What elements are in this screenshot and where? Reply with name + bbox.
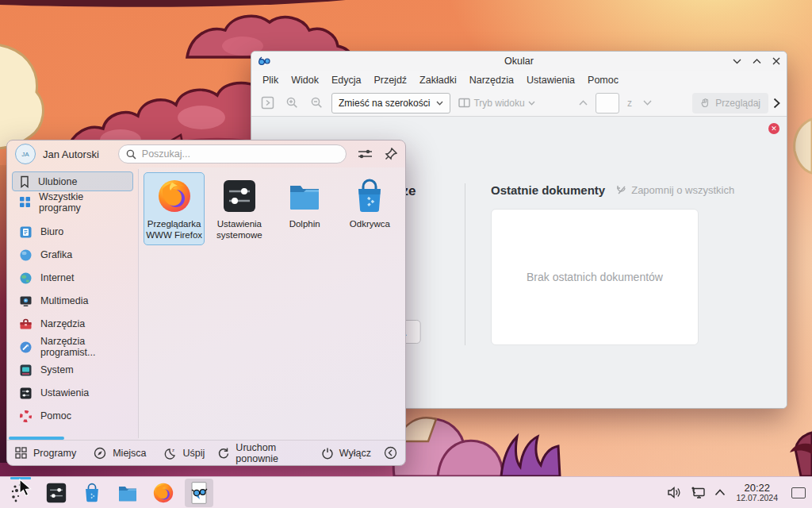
bookmark-icon xyxy=(19,175,30,188)
close-icon[interactable] xyxy=(772,57,780,65)
avatar[interactable]: JA xyxy=(15,144,36,164)
forget-history-icon xyxy=(616,185,626,195)
favorite-firefox[interactable]: Przeglądarka WWW Firefox xyxy=(144,172,205,245)
tab-programy[interactable]: Programy xyxy=(15,447,76,459)
launcher-footer: Programy Miejsca z Uśpij Uruchom ponowni… xyxy=(7,440,405,465)
welcome-divider xyxy=(465,183,465,345)
okular-task-icon xyxy=(189,482,209,504)
sleep-button[interactable]: z Uśpij xyxy=(164,447,205,460)
no-recent-documents-label: Brak ostatnich dokumentów xyxy=(527,271,663,283)
graphics-sphere-icon xyxy=(19,248,33,262)
volume-icon[interactable] xyxy=(667,486,682,499)
menu-narzedzia[interactable]: Narzędzia xyxy=(463,73,520,87)
favorites-grid: Przeglądarka WWW Firefox Ustawienia syst… xyxy=(139,167,405,440)
category-narzedzia-programistyczne[interactable]: Narzędzia programist... xyxy=(12,336,133,358)
okular-titlebar[interactable]: Okular xyxy=(251,52,787,71)
menu-zakladki[interactable]: Zakładki xyxy=(413,73,463,87)
search-input[interactable] xyxy=(142,148,339,160)
toolbar-overflow-icon[interactable] xyxy=(773,98,780,109)
favorite-dolphin[interactable]: Dolphin xyxy=(274,172,335,241)
favorite-label: Odkrywca xyxy=(350,219,390,230)
zoom-out-icon[interactable] xyxy=(307,93,327,114)
folder-icon xyxy=(117,482,139,504)
okular-app-icon xyxy=(258,55,270,67)
search-icon xyxy=(126,149,136,160)
category-narzedzia[interactable]: Narzędzia xyxy=(12,313,133,335)
launcher-header: JA Jan Autorski xyxy=(7,140,405,167)
category-internet[interactable]: Internet xyxy=(12,267,133,289)
sidebar-toggle-icon[interactable] xyxy=(258,93,278,114)
menu-przejdz[interactable]: Przejdź xyxy=(367,73,413,87)
tab-miejsca[interactable]: Miejsca xyxy=(94,447,146,460)
menu-widok[interactable]: Widok xyxy=(285,73,325,87)
taskbar-firefox[interactable] xyxy=(149,479,178,507)
system-settings-icon xyxy=(221,178,258,214)
okular-menubar: Plik Widok Edycja Przejdź Zakładki Narzę… xyxy=(251,71,787,90)
view-mode-icon xyxy=(458,98,470,108)
configure-icon[interactable] xyxy=(358,148,373,160)
pages-of-label: z xyxy=(624,93,635,114)
tray-expand-chevron-icon[interactable] xyxy=(714,489,726,496)
favorite-label: Dolphin xyxy=(289,219,320,230)
category-multimedia[interactable]: Multimedia xyxy=(12,290,133,312)
category-pomoc[interactable]: Pomoc xyxy=(12,405,133,427)
discover-bag-icon xyxy=(82,483,102,503)
search-field[interactable] xyxy=(118,144,347,164)
menu-edycja[interactable]: Edycja xyxy=(325,73,368,87)
welcome-close-icon[interactable]: ✕ xyxy=(768,123,779,134)
taskbar: 20:22 12.07.2024 xyxy=(0,476,812,508)
category-grafika[interactable]: Grafika xyxy=(12,244,133,266)
window-title: Okular xyxy=(504,56,534,67)
shutdown-button[interactable]: Wyłącz xyxy=(321,447,371,460)
taskbar-dolphin[interactable] xyxy=(113,479,142,507)
pin-icon[interactable] xyxy=(385,148,397,160)
network-icon[interactable] xyxy=(691,486,706,499)
firefox-icon xyxy=(156,178,193,214)
favorite-odkrywca[interactable]: Odkrywca xyxy=(339,172,400,241)
view-mode-button[interactable]: Tryb widoku xyxy=(455,93,538,114)
favorite-label: Przeglądarka WWW Firefox xyxy=(146,219,202,241)
browse-label: Przeglądaj xyxy=(715,98,760,109)
zoom-mode-value: Zmieść na szerokości xyxy=(339,98,430,109)
taskbar-okular-task[interactable] xyxy=(185,479,213,507)
menu-pomoc[interactable]: Pomoc xyxy=(581,73,625,87)
globe-icon xyxy=(19,271,33,285)
recent-documents-empty-panel: Brak ostatnich dokumentów xyxy=(491,209,699,345)
all-apps-grid-icon xyxy=(19,196,31,208)
browse-tool-button[interactable]: Przeglądaj xyxy=(692,93,768,114)
active-tab-indicator xyxy=(9,437,64,440)
favorite-ustawienia-systemowe[interactable]: Ustawienia systemowe xyxy=(209,172,270,245)
previous-page-icon[interactable] xyxy=(576,93,591,114)
zoom-mode-select[interactable]: Zmieść na szerokości xyxy=(331,93,450,114)
clock-time: 20:22 xyxy=(736,483,778,494)
system-icon xyxy=(19,364,33,377)
toolbox-icon xyxy=(19,318,33,331)
next-page-icon[interactable] xyxy=(640,93,655,114)
minimize-icon[interactable] xyxy=(733,58,741,64)
settings-sliders-icon xyxy=(19,387,33,400)
multimedia-icon xyxy=(19,294,33,308)
category-biuro[interactable]: Biuro xyxy=(12,221,133,243)
sidebar-item-ulubione[interactable]: Ulubione xyxy=(12,171,133,191)
chevron-down-icon xyxy=(436,101,443,106)
restart-button[interactable]: Uruchom ponownie xyxy=(217,442,308,464)
apps-grid-icon xyxy=(15,447,27,459)
user-name: Jan Autorski xyxy=(43,148,99,160)
mouse-cursor xyxy=(19,479,33,498)
category-ustawienia[interactable]: Ustawienia xyxy=(12,382,133,404)
forget-all-button[interactable]: Zapomnij o wszystkich xyxy=(616,184,734,196)
page-number-input[interactable] xyxy=(596,93,619,114)
collapse-chevron-icon[interactable] xyxy=(384,446,397,460)
zoom-in-icon[interactable] xyxy=(282,93,302,114)
category-system[interactable]: System xyxy=(12,359,133,381)
menu-plik[interactable]: Plik xyxy=(256,73,285,87)
digital-clock[interactable]: 20:22 12.07.2024 xyxy=(736,483,778,503)
menu-ustawienia[interactable]: Ustawienia xyxy=(520,73,581,87)
svg-text:z: z xyxy=(172,447,174,452)
firefox-icon xyxy=(152,482,174,504)
show-desktop-button[interactable] xyxy=(791,487,806,498)
taskbar-system-settings[interactable] xyxy=(42,479,71,507)
taskbar-discover[interactable] xyxy=(78,479,106,507)
maximize-icon[interactable] xyxy=(753,58,761,64)
sidebar-item-wszystkie-programy[interactable]: Wszystkie programy xyxy=(12,192,133,212)
